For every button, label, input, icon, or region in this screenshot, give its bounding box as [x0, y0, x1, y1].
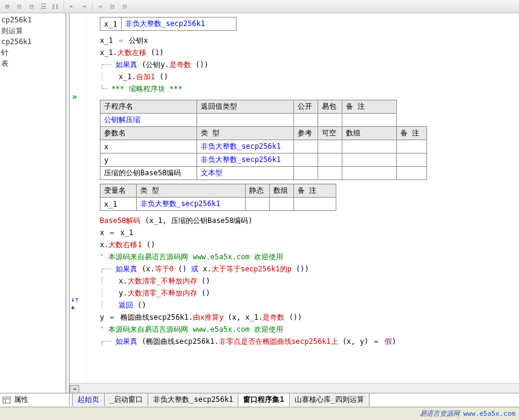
th: 返回值类型: [197, 100, 294, 114]
cell[interactable]: 非负大整数_secp256k1: [197, 153, 294, 167]
cell[interactable]: [270, 198, 294, 211]
cell-type[interactable]: 非负大整数_secp256k1: [121, 18, 236, 31]
brand-label: 易语言资源网: [420, 409, 460, 418]
cell[interactable]: 压缩的公钥Base58编码: [100, 167, 197, 180]
th: 备 注: [342, 100, 397, 114]
tb-icon-2[interactable]: ⊡: [13, 1, 25, 12]
tb-icon-3[interactable]: ⊟: [25, 1, 38, 12]
splitter[interactable]: [65, 13, 69, 406]
cell[interactable]: [342, 114, 397, 127]
tb-icon-9[interactable]: ⊡: [106, 1, 119, 12]
cell[interactable]: [397, 140, 427, 153]
cell[interactable]: [294, 140, 318, 153]
properties-icon: [2, 396, 12, 404]
cell[interactable]: [318, 153, 342, 167]
tb-icon-7[interactable]: ⇥: [78, 1, 90, 12]
tab-progset1[interactable]: 窗口程序集1: [238, 393, 289, 406]
h-scrollbar[interactable]: ◄: [70, 383, 519, 393]
cell[interactable]: [294, 198, 336, 211]
cell[interactable]: 公钥解压缩: [100, 114, 197, 127]
tab-corelib[interactable]: 山寨核心库_四则运算: [289, 393, 370, 406]
code-line[interactable]: ┊ y.大数清零_不释放内存 (): [100, 287, 517, 299]
code-line[interactable]: x ＝ x_1: [100, 227, 517, 239]
code-line[interactable]: └┄ *** 缩略程序块 ***: [100, 83, 517, 95]
code-line[interactable]: ┊ x_1.自加1 (): [100, 71, 517, 83]
th: 静态: [246, 184, 270, 198]
properties-label: 属性: [14, 395, 28, 405]
code-line[interactable]: x_1 ＝ 公钥x: [100, 34, 517, 47]
th: 类 型: [197, 127, 294, 140]
subroutine-table: 子程序名 返回值类型 公开 易包 备 注 公钥解压缩 参数名 类 型 参考 可空…: [100, 100, 427, 180]
side-item[interactable]: cp256k1: [1, 15, 68, 25]
cell[interactable]: 非负大整数_secp256k1: [197, 140, 294, 153]
code-line[interactable]: x_1.大数左移 (1): [100, 47, 517, 59]
side-item[interactable]: cp256k1: [1, 36, 68, 47]
tab-bigint[interactable]: 非负大整数_secp256k1: [148, 393, 238, 406]
cell[interactable]: 非负大整数_secp256k1: [137, 198, 246, 211]
th: 数组: [342, 127, 397, 140]
side-item[interactable]: 表: [1, 58, 68, 69]
side-panel: cp256k1 则运算 cp256k1 针 表: [0, 13, 69, 70]
th: 易包: [318, 100, 342, 114]
tb-icon-5[interactable]: ⫿⫿: [50, 1, 62, 12]
code-line[interactable]: Base58解码 (x_1, 压缩的公钥Base58编码): [100, 215, 517, 227]
editor: » ↓↑ + x_1 非负大整数_secp256k1 x_1 ＝ 公钥x x_1…: [70, 13, 519, 406]
tb-icon-8[interactable]: ⇔: [94, 1, 106, 12]
cell[interactable]: [246, 198, 270, 211]
cell[interactable]: [397, 167, 427, 180]
th: 参考: [294, 127, 318, 140]
tb-icon-10[interactable]: ⊡: [119, 1, 131, 12]
cell[interactable]: x_1: [100, 198, 137, 211]
th: 备 注: [294, 184, 336, 198]
code-line[interactable]: ┊ 返回 (): [100, 299, 517, 311]
code-line[interactable]: x.大数右移1 (): [100, 239, 517, 251]
cell[interactable]: [294, 167, 318, 180]
cell[interactable]: [397, 153, 427, 167]
cell[interactable]: [342, 153, 397, 167]
gutter: » ↓↑ +: [70, 13, 86, 406]
tb-sep: [92, 2, 93, 11]
cell[interactable]: [342, 140, 397, 153]
code-line[interactable]: y ＝ 椭圆曲线secp256k1.由x推算y (x, x_1.是奇数 ()): [100, 311, 517, 323]
sidebar: cp256k1 则运算 cp256k1 针 表: [0, 13, 70, 406]
code-line[interactable]: ' 本源码来自易语言源码网 www.e5a5x.com 欢迎使用: [100, 323, 517, 335]
breakpoint-marker-icon[interactable]: »: [72, 92, 77, 102]
side-item[interactable]: 针: [1, 47, 68, 58]
th: 参数名: [100, 127, 197, 140]
side-item[interactable]: 则运算: [1, 25, 68, 36]
th: 变量名: [100, 184, 137, 198]
tab-start[interactable]: 起始页: [72, 393, 105, 406]
code-line[interactable]: ┌┄┄ 如果真 (x.等于0 () 或 x.大于等于secp256k1的p ()…: [100, 263, 517, 275]
code-line[interactable]: ┌┄┄ 如果真 (椭圆曲线secp256k1.非零点是否在椭圆曲线secp256…: [100, 335, 517, 347]
tb-icon-1[interactable]: ⊞: [1, 1, 13, 12]
cell[interactable]: x: [100, 140, 197, 153]
cell[interactable]: [318, 167, 342, 180]
code-area[interactable]: x_1 非负大整数_secp256k1 x_1 ＝ 公钥x x_1.大数左移 (…: [88, 13, 519, 350]
brand-url[interactable]: www.e5a5x.com: [463, 410, 515, 418]
tb-icon-6[interactable]: ⇤: [66, 1, 78, 12]
editor-tabs: 起始页 _启动窗口 非负大整数_secp256k1 窗口程序集1 山寨核心库_四…: [70, 393, 519, 406]
tb-sep: [64, 2, 64, 11]
var-table-1: x_1 非负大整数_secp256k1: [100, 17, 237, 31]
cell[interactable]: [197, 114, 294, 127]
cell[interactable]: [294, 153, 318, 167]
code-line[interactable]: ┌┄┄ 如果真 (公钥y.是奇数 ()): [100, 59, 517, 71]
cell-var[interactable]: x_1: [100, 18, 122, 31]
status-bar: 易语言资源网 www.e5a5x.com: [0, 407, 519, 420]
svg-rect-0: [3, 397, 10, 403]
th: 备 注: [397, 127, 427, 140]
code-line[interactable]: ' 本源码来自易语言源码网 www.e5a5x.com 欢迎使用: [100, 251, 517, 263]
properties-tab[interactable]: 属性: [0, 393, 70, 406]
cell[interactable]: y: [100, 153, 197, 167]
tab-window[interactable]: _启动窗口: [104, 393, 148, 406]
scroll-left-icon[interactable]: ◄: [70, 385, 79, 393]
cell[interactable]: [318, 140, 342, 153]
cell[interactable]: [318, 114, 342, 127]
cell[interactable]: [294, 114, 318, 127]
tb-icon-4[interactable]: ☰: [38, 1, 50, 12]
cell[interactable]: [342, 167, 397, 180]
cell[interactable]: 文本型: [197, 167, 294, 180]
fold-marker-icon[interactable]: ↓↑ +: [71, 296, 86, 311]
var-table-2: 变量名 类 型 静态 数组 备 注 x_1 非负大整数_secp256k1: [100, 184, 336, 211]
code-line[interactable]: ┊ x.大数清零_不释放内存 (): [100, 275, 517, 287]
